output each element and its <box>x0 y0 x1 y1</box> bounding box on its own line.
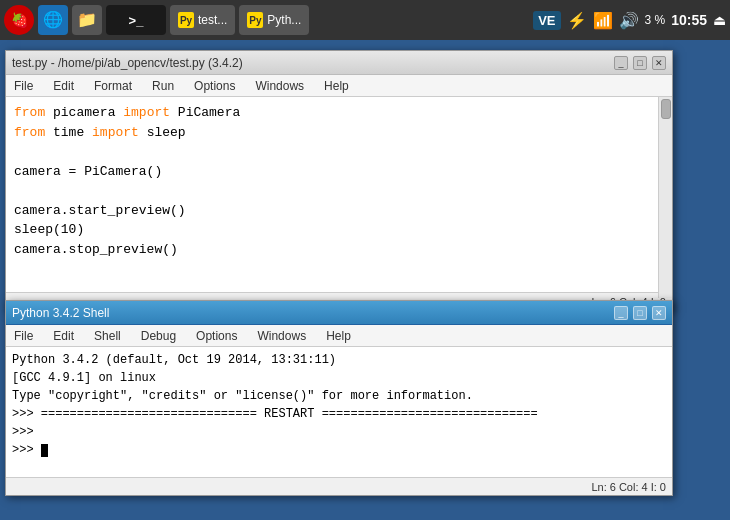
editor-menu-help[interactable]: Help <box>320 77 353 95</box>
shell-content[interactable]: Python 3.4.2 (default, Oct 19 2014, 13:3… <box>6 347 672 477</box>
eject-icon: ⏏ <box>713 12 726 28</box>
python-icon: Py <box>178 12 194 28</box>
shell-menu-shell[interactable]: Shell <box>90 327 125 345</box>
python-button2[interactable]: Py Pyth... <box>239 5 309 35</box>
editor-menu-edit[interactable]: Edit <box>49 77 78 95</box>
editor-menu-run[interactable]: Run <box>148 77 178 95</box>
shell-line-1: Python 3.4.2 (default, Oct 19 2014, 13:3… <box>12 351 666 369</box>
folder-icon[interactable]: 📁 <box>72 5 102 35</box>
shell-title: Python 3.4.2 Shell <box>12 306 109 320</box>
editor-window: test.py - /home/pi/ab_opencv/test.py (3.… <box>5 50 673 311</box>
code-line-5 <box>14 181 664 201</box>
code-line-1: from picamera import PiCamera <box>14 103 664 123</box>
wifi-icon: 📶 <box>593 11 613 30</box>
editor-title: test.py - /home/pi/ab_opencv/test.py (3.… <box>12 56 243 70</box>
shell-titlebar: Python 3.4.2 Shell _ □ ✕ <box>6 301 672 325</box>
shell-menu-debug[interactable]: Debug <box>137 327 180 345</box>
editor-titlebar: test.py - /home/pi/ab_opencv/test.py (3.… <box>6 51 672 75</box>
editor-menu-file[interactable]: File <box>10 77 37 95</box>
shell-minimize-button[interactable]: _ <box>614 306 628 320</box>
bluetooth-icon: ⚡ <box>567 11 587 30</box>
shell-menu-file[interactable]: File <box>10 327 37 345</box>
code-line-4: camera = PiCamera() <box>14 162 664 182</box>
shell-menubar: File Edit Shell Debug Options Windows He… <box>6 325 672 347</box>
python-test-button[interactable]: Py test... <box>170 5 235 35</box>
clock: 10:55 <box>671 12 707 28</box>
browser-icon[interactable]: 🌐 <box>38 5 68 35</box>
shell-close-button[interactable]: ✕ <box>652 306 666 320</box>
editor-minimize-button[interactable]: _ <box>614 56 628 70</box>
editor-menubar: File Edit Format Run Options Windows Hel… <box>6 75 672 97</box>
shell-statusbar: Ln: 6 Col: 4 I: 0 <box>6 477 672 495</box>
code-line-6: camera.start_preview() <box>14 201 664 221</box>
code-line-8: camera.stop_preview() <box>14 240 664 260</box>
shell-window: Python 3.4.2 Shell _ □ ✕ File Edit Shell… <box>5 300 673 496</box>
taskbar-right: VE ⚡ 📶 🔊 3 % 10:55 ⏏ <box>533 11 726 30</box>
python-icon2: Py <box>247 12 263 28</box>
shell-menu-windows[interactable]: Windows <box>253 327 310 345</box>
code-line-2: from time import sleep <box>14 123 664 143</box>
shell-menu-options[interactable]: Options <box>192 327 241 345</box>
shell-status-text: Ln: 6 Col: 4 I: 0 <box>591 481 666 493</box>
code-line-3 <box>14 142 664 162</box>
editor-scrollbar[interactable] <box>658 97 672 298</box>
shell-line-2: [GCC 4.9.1] on linux <box>12 369 666 387</box>
editor-scrollbar-thumb[interactable] <box>661 99 671 119</box>
shell-line-3: Type "copyright", "credits" or "license(… <box>12 387 666 405</box>
ve-icon: VE <box>533 11 560 30</box>
terminal-button[interactable]: >_ <box>106 5 166 35</box>
battery-label: 3 % <box>645 13 666 27</box>
shell-line-6: >>> <box>12 441 666 459</box>
shell-menu-help[interactable]: Help <box>322 327 355 345</box>
shell-line-5: >>> <box>12 423 666 441</box>
shell-menu-edit[interactable]: Edit <box>49 327 78 345</box>
shell-cursor <box>41 444 48 457</box>
editor-content[interactable]: from picamera import PiCamera from time … <box>6 97 672 292</box>
volume-icon: 🔊 <box>619 11 639 30</box>
terminal-icon: >_ <box>129 13 144 28</box>
shell-line-4: >>> ============================== RESTA… <box>12 405 666 423</box>
editor-menu-windows[interactable]: Windows <box>251 77 308 95</box>
editor-close-button[interactable]: ✕ <box>652 56 666 70</box>
editor-menu-format[interactable]: Format <box>90 77 136 95</box>
editor-menu-options[interactable]: Options <box>190 77 239 95</box>
shell-maximize-button[interactable]: □ <box>633 306 647 320</box>
raspberry-pi-logo[interactable]: 🍓 <box>4 5 34 35</box>
code-line-7: sleep(10) <box>14 220 664 240</box>
taskbar: 🍓 🌐 📁 >_ Py test... Py Pyth... VE ⚡ 📶 🔊 … <box>0 0 730 40</box>
editor-maximize-button[interactable]: □ <box>633 56 647 70</box>
